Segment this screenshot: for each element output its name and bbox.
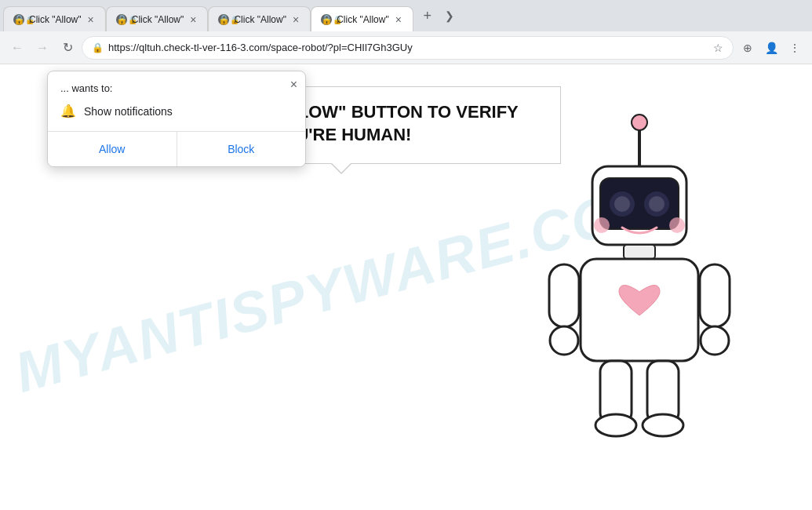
- popup-title: ... wants to:: [60, 82, 293, 94]
- tab-3[interactable]: 🔒 Click "Allow" ×: [208, 6, 311, 31]
- profile-button[interactable]: 👤: [760, 37, 782, 59]
- svg-point-18: [595, 414, 636, 436]
- bell-icon: 🔔: [60, 104, 76, 118]
- forward-button[interactable]: →: [31, 37, 53, 59]
- tab-favicon-4: 🔒: [321, 14, 332, 25]
- refresh-icon: ↻: [63, 40, 73, 55]
- toolbar: ← → ↻ 🔒 https://qltuh.check-tl-ver-116-3…: [0, 31, 812, 64]
- toolbar-icons: ⊕ 👤 ⋮: [737, 37, 806, 59]
- forward-icon: →: [36, 41, 49, 55]
- tab-title-1: Click "Allow": [29, 14, 82, 25]
- svg-point-19: [643, 414, 683, 436]
- tab-close-2[interactable]: ×: [188, 12, 198, 27]
- back-icon: ←: [11, 41, 24, 55]
- tab-close-4[interactable]: ×: [394, 12, 403, 27]
- tab-overflow-button[interactable]: ❯: [439, 5, 461, 27]
- block-button[interactable]: Block: [177, 132, 306, 166]
- popup-permission: 🔔 Show notifications: [60, 104, 293, 118]
- tab-close-3[interactable]: ×: [291, 12, 300, 27]
- address-text: https://qltuh.check-tl-ver-116-3.com/spa…: [108, 42, 708, 53]
- svg-point-9: [669, 217, 685, 233]
- svg-rect-10: [624, 245, 655, 259]
- svg-point-7: [649, 196, 665, 212]
- svg-point-1: [632, 115, 647, 130]
- tab-bar: 🔒 Click "Allow" × 🔒 Click "Allow" × 🔒 Cl…: [0, 0, 812, 31]
- extensions-button[interactable]: ⊕: [737, 37, 759, 59]
- tab-1[interactable]: 🔒 Click "Allow" ×: [3, 6, 106, 31]
- tab-favicon-3: 🔒: [218, 14, 229, 25]
- new-tab-button[interactable]: +: [417, 5, 439, 27]
- tab-4[interactable]: 🔒 Click "Allow" ×: [311, 6, 413, 31]
- tab-title-2: Click "Allow": [132, 14, 184, 25]
- svg-rect-12: [549, 264, 579, 327]
- permission-text: Show notifications: [84, 105, 173, 118]
- refresh-button[interactable]: ↻: [56, 37, 78, 59]
- tab-2[interactable]: 🔒 Click "Allow" ×: [106, 6, 209, 31]
- svg-rect-13: [700, 264, 730, 327]
- robot-illustration: [530, 111, 749, 488]
- tab-close-1[interactable]: ×: [86, 12, 96, 27]
- tab-favicon-1: 🔒: [13, 14, 24, 25]
- svg-point-15: [701, 326, 729, 355]
- svg-point-14: [550, 326, 578, 355]
- tab-title-3: Click "Allow": [234, 14, 286, 25]
- popup-close-button[interactable]: ×: [290, 78, 297, 92]
- popup-buttons: Allow Block: [48, 131, 305, 166]
- browser-frame: 🔒 Click "Allow" × 🔒 Click "Allow" × 🔒 Cl…: [0, 0, 812, 510]
- svg-point-8: [594, 217, 610, 233]
- menu-button[interactable]: ⋮: [784, 37, 806, 59]
- bookmark-icon[interactable]: ☆: [713, 42, 723, 54]
- tab-favicon-2: 🔒: [116, 14, 127, 25]
- back-button[interactable]: ←: [6, 37, 28, 59]
- notification-popup: ... wants to: × 🔔 Show notifications All…: [47, 71, 306, 167]
- allow-button[interactable]: Allow: [48, 132, 177, 166]
- lock-icon: 🔒: [92, 42, 104, 53]
- address-bar[interactable]: 🔒 https://qltuh.check-tl-ver-116-3.com/s…: [82, 36, 734, 60]
- svg-point-6: [614, 196, 630, 212]
- page-content: MYANTISPYWARE.COM PRESS THE "ALLOW" BUTT…: [0, 64, 812, 510]
- tab-title-4: Click "Allow": [337, 14, 389, 25]
